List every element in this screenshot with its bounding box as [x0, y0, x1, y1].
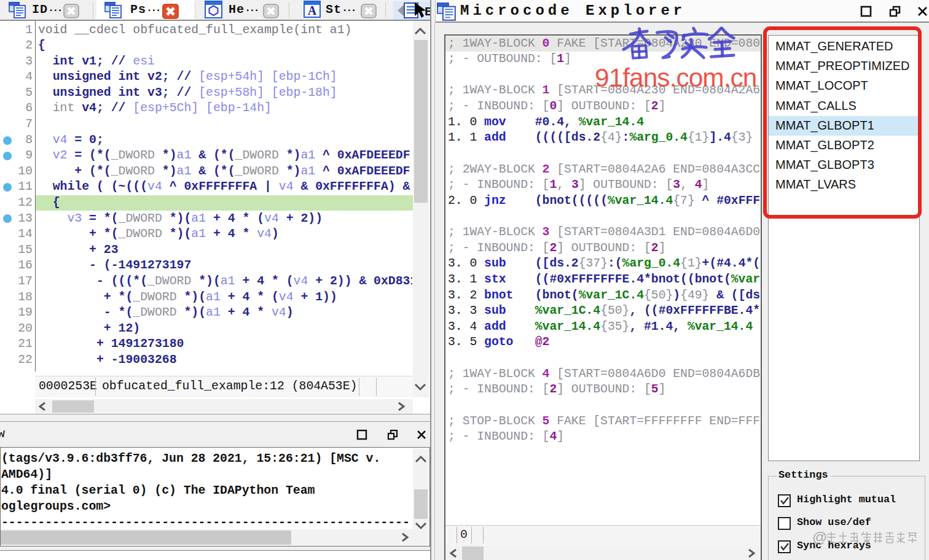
svg-text:A: A — [308, 4, 317, 17]
svg-text:@: @ — [812, 529, 827, 545]
